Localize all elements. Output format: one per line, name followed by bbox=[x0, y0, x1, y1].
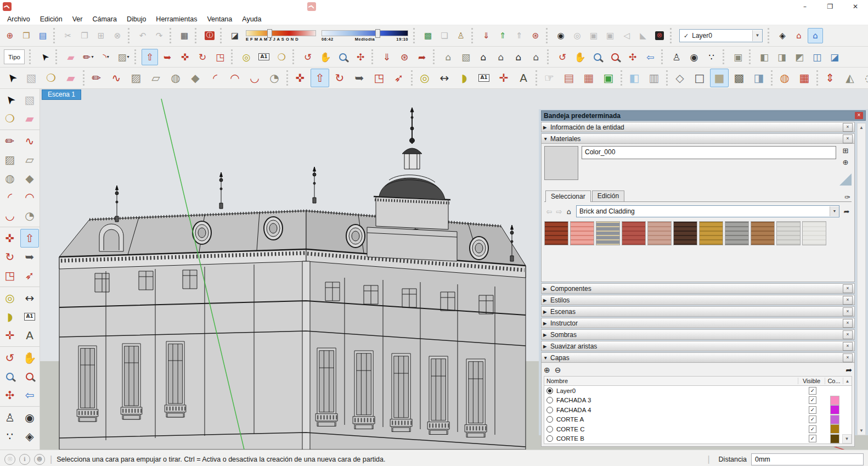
display-section-fill-button[interactable]: ⌂ bbox=[808, 28, 823, 43]
materials-section-header[interactable]: ▼Materiales× bbox=[541, 133, 855, 144]
share-model-button[interactable]: ⇑ bbox=[495, 28, 510, 43]
layer-row[interactable]: Layer0✓ bbox=[544, 386, 852, 396]
select-tool-button[interactable]: ➤ bbox=[36, 49, 53, 65]
axes-tool-button[interactable]: ✛ bbox=[1, 326, 19, 345]
follow-me-tool-button[interactable]: ➥ bbox=[159, 49, 176, 65]
zoom-tool-button[interactable] bbox=[1, 367, 19, 386]
layer-row[interactable]: FACHADA 3✓ bbox=[544, 396, 852, 406]
arc-tool-button[interactable]: ◜ bbox=[1, 188, 19, 206]
follow-me-tool-button[interactable]: ➥ bbox=[20, 248, 39, 266]
component-attributes-button[interactable]: ▦ bbox=[579, 69, 598, 87]
circle-tool-button[interactable]: ◍ bbox=[1, 169, 19, 188]
shadows-section-header[interactable]: ▶Sombras× bbox=[541, 329, 855, 340]
solid-intersect-button[interactable]: ◫ bbox=[809, 49, 825, 65]
3d-text-tool-button[interactable]: A bbox=[514, 69, 533, 87]
zoom-tool-button[interactable] bbox=[335, 49, 351, 65]
info-status-icon[interactable]: ℹ bbox=[19, 454, 30, 465]
textured-style-button[interactable]: ▩ bbox=[730, 69, 748, 87]
menu-ver[interactable]: Ver bbox=[67, 14, 88, 24]
move-tool-button[interactable]: ✜ bbox=[1, 229, 19, 248]
layers-close-button[interactable]: × bbox=[843, 353, 853, 362]
section-plane-display-button[interactable]: ◈ bbox=[775, 28, 790, 43]
iso-view-button[interactable]: ⌂ bbox=[440, 49, 456, 65]
wireframe-style-button[interactable]: ◇ bbox=[670, 69, 689, 87]
zoom-extents-button[interactable]: ✣ bbox=[352, 49, 369, 65]
smoove-button[interactable]: ⇕ bbox=[821, 69, 839, 87]
sample-paint-button[interactable]: ⊕ bbox=[841, 158, 850, 167]
extension-warehouse-button[interactable]: ⊛ bbox=[396, 49, 413, 65]
scroll-down-icon[interactable]: ▼ bbox=[858, 426, 865, 435]
back-arrow-icon[interactable]: ⇦ bbox=[544, 207, 554, 216]
soften-edges-section-header[interactable]: ▶Suavizar aristas× bbox=[541, 341, 855, 351]
forward-arrow-icon[interactable]: ⇨ bbox=[554, 207, 564, 216]
shadow-date-slider[interactable]: E F M A M J J A S O N D bbox=[246, 30, 316, 42]
text-tool-button[interactable]: A1 bbox=[475, 69, 493, 87]
tray-titlebar[interactable]: Bandeja predeterminada × bbox=[541, 110, 866, 121]
look-around-button[interactable]: ◉ bbox=[686, 49, 702, 65]
shadow-time-track[interactable] bbox=[322, 30, 408, 36]
previous-view-button[interactable]: ⇦ bbox=[20, 386, 39, 405]
tape-measure-tool-button[interactable]: ◎ bbox=[1, 289, 19, 307]
layer-radio[interactable] bbox=[546, 435, 553, 442]
three-point-arc-tool-button[interactable]: ◡ bbox=[1, 206, 19, 225]
arc-tool-caret-icon[interactable]: ▾ bbox=[107, 54, 109, 59]
layer-color-chip[interactable] bbox=[830, 424, 839, 434]
model-info-button[interactable]: ⓘ bbox=[202, 28, 217, 43]
text-tool-button[interactable]: A1 bbox=[256, 49, 272, 65]
pan-tool-button[interactable]: ✋ bbox=[20, 349, 39, 367]
look-around-button[interactable]: ◉ bbox=[20, 408, 39, 427]
components-section-header[interactable]: ▶Componentes× bbox=[541, 283, 855, 294]
push-pull-tool-button[interactable]: ⇧ bbox=[142, 49, 158, 65]
layer-radio[interactable] bbox=[546, 416, 553, 423]
line-tool-caret-icon[interactable]: ▾ bbox=[92, 54, 94, 59]
material-swatch-stone-pavers[interactable] bbox=[647, 221, 672, 245]
freehand-tool-button[interactable]: ∿ bbox=[20, 132, 39, 150]
zoom-extents-button[interactable]: ✣ bbox=[624, 49, 641, 65]
arc-tool-button[interactable]: ◜ bbox=[206, 69, 224, 87]
layers-dropdown[interactable]: ✓Layer0▼ bbox=[679, 29, 763, 42]
layer-visible-checkbox[interactable]: ✓ bbox=[809, 416, 816, 423]
front-view-button[interactable]: ⌂ bbox=[475, 49, 492, 65]
layers-scroll-down-icon[interactable]: ▼ bbox=[842, 434, 852, 443]
scroll-up-icon[interactable]: ▲ bbox=[858, 123, 865, 132]
shadow-settings-button[interactable]: ◪ bbox=[227, 28, 243, 43]
menu-ventana[interactable]: Ventana bbox=[202, 14, 237, 24]
open-model-button[interactable]: ❒ bbox=[19, 28, 34, 43]
solid-subtract-button[interactable]: ◨ bbox=[774, 49, 790, 65]
arc-tool-button[interactable]: ◝▾ bbox=[98, 49, 114, 65]
material-swatch-terracotta-tile[interactable] bbox=[622, 221, 646, 245]
scale-tool-button[interactable]: ◳ bbox=[370, 69, 388, 87]
position-camera-button[interactable]: ♙ bbox=[668, 49, 685, 65]
column-color[interactable]: Co... bbox=[825, 378, 843, 384]
solid-union-button[interactable]: ◧ bbox=[756, 49, 773, 65]
orbit-tool-button[interactable]: ↺ bbox=[300, 49, 316, 65]
pan-tool-button[interactable]: ✋ bbox=[317, 49, 334, 65]
material-swatch-dark-brick[interactable] bbox=[673, 221, 697, 245]
camera-off-button[interactable]: ⊗ bbox=[652, 28, 667, 43]
components-close-button[interactable]: × bbox=[843, 284, 853, 293]
save-model-button[interactable]: ▤ bbox=[35, 28, 50, 43]
protractor-tool-button[interactable]: ◗ bbox=[455, 69, 474, 87]
dimension-tool-button[interactable]: ↔ bbox=[20, 289, 39, 307]
layer-details-button[interactable]: ➦ bbox=[846, 366, 852, 374]
walk-tool-button[interactable]: ∵ bbox=[703, 49, 720, 65]
eyedropper-icon[interactable]: ✑ bbox=[844, 193, 850, 201]
user-status-icon[interactable]: ☻ bbox=[34, 454, 45, 465]
polygon-tool-button[interactable]: ◆ bbox=[186, 69, 205, 87]
soften-edges-close-button[interactable]: × bbox=[843, 342, 853, 351]
push-pull-tool-button[interactable]: ⇧ bbox=[311, 69, 329, 87]
scale-tool-button[interactable]: ◳ bbox=[1, 266, 19, 285]
delete-layer-button[interactable]: ⊖ bbox=[555, 366, 561, 374]
line-tool-button[interactable]: ✏ bbox=[87, 69, 106, 87]
previous-view-button[interactable]: ⇦ bbox=[642, 49, 658, 65]
layer-color-chip[interactable] bbox=[830, 415, 839, 424]
paint-bucket-tool-button[interactable]: ❍ bbox=[273, 49, 290, 65]
material-swatch-red-brick[interactable] bbox=[544, 221, 568, 245]
hidden-line-style-button[interactable]: □ bbox=[690, 69, 709, 87]
menu-herramientas[interactable]: Herramientas bbox=[151, 14, 202, 24]
share-model-button[interactable]: ➦ bbox=[414, 49, 430, 65]
restore-button[interactable]: ❐ bbox=[818, 0, 843, 13]
instructor-close-button[interactable]: × bbox=[843, 319, 853, 328]
layers-section-header[interactable]: ▼Capas× bbox=[541, 352, 855, 363]
column-nombre[interactable]: Nombre bbox=[544, 378, 798, 384]
